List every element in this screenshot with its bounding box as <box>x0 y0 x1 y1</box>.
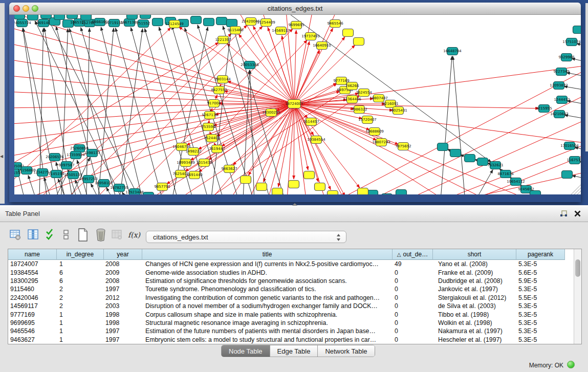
node-label: 9857791 <box>154 185 170 189</box>
select-all-columns-button[interactable] <box>43 227 58 243</box>
table-cell: 1998 <box>104 311 142 318</box>
graph-node[interactable] <box>81 15 92 20</box>
node-label: 17016504 <box>560 144 579 148</box>
table-cell: 2 <box>57 286 104 293</box>
table-cell: 5.3E-5 <box>516 327 565 335</box>
graph-node[interactable] <box>358 188 368 195</box>
graph-node[interactable] <box>289 181 299 188</box>
graph-node[interactable] <box>530 191 541 195</box>
edge <box>294 99 374 104</box>
table-cell: 2 <box>57 294 104 301</box>
table-row[interactable]: 969969511998Structural magnetic resonanc… <box>8 319 574 327</box>
table-cell: Jankovic et al. (1997) <box>433 286 516 293</box>
graph-node[interactable] <box>315 183 325 191</box>
table-cell: 49 <box>393 260 433 268</box>
citation-network-graph[interactable]: 2405572420691406106532871527602646616010… <box>14 15 581 194</box>
graph-node[interactable] <box>304 171 315 179</box>
column-header-pagerank[interactable]: pagerank <box>516 249 565 260</box>
table-cell: 6 <box>57 277 104 285</box>
graph-node[interactable] <box>396 190 407 195</box>
node-label: 16782759 <box>110 186 128 190</box>
column-header-short[interactable]: short <box>433 249 516 260</box>
new-table-button[interactable] <box>76 227 90 243</box>
network-canvas[interactable]: 2405572420691406106532871527602646616010… <box>14 15 581 194</box>
column-header-name[interactable]: name <box>8 249 57 260</box>
graph-node[interactable] <box>204 18 214 26</box>
tab-node-table[interactable]: Node Table <box>222 345 270 357</box>
column-chooser-button[interactable] <box>59 227 73 243</box>
table-cell: 5.3E-5 <box>516 286 565 293</box>
node-label: 3624554 <box>356 91 372 95</box>
table-selector-dropdown[interactable]: citations_edges.txt <box>146 231 346 243</box>
graph-node[interactable] <box>354 38 364 46</box>
resize-grip-icon[interactable] <box>577 191 581 194</box>
vertical-scrollbar[interactable] <box>574 249 581 344</box>
status-bar: Memory: OK <box>0 358 588 372</box>
column-header-out_de[interactable]: △out_de… <box>393 249 433 260</box>
graph-node[interactable] <box>256 183 267 191</box>
graph-node[interactable] <box>328 191 338 195</box>
graph-node[interactable] <box>343 29 354 37</box>
table-row[interactable]: 1830029562008Estimation of significance … <box>8 277 574 285</box>
table-row[interactable]: 911546021997Tourette syndrome. Phenomeno… <box>8 285 574 293</box>
graph-node[interactable] <box>41 15 52 19</box>
scrollbar-thumb[interactable] <box>575 259 580 277</box>
function-builder-button[interactable]: f(x) <box>127 227 141 243</box>
graph-node[interactable] <box>14 15 25 19</box>
graph-node[interactable] <box>438 143 448 151</box>
graph-node[interactable] <box>216 17 227 25</box>
graph-node[interactable] <box>143 192 154 195</box>
table-cell: 9463627 <box>8 336 57 343</box>
table-row[interactable]: 1872400712008Changes of HCN gene express… <box>8 260 574 268</box>
table-row[interactable]: 977716911998Corpus callosum shape and si… <box>8 310 574 318</box>
graph-node[interactable] <box>153 18 163 26</box>
table-row[interactable]: 946554611997Estimation of the future num… <box>8 327 574 335</box>
memory-status-indicator[interactable] <box>567 361 575 368</box>
tab-network-table[interactable]: Network Table <box>318 345 374 357</box>
graph-node[interactable] <box>465 155 475 162</box>
graph-node[interactable] <box>241 176 251 184</box>
table-cell: Nakamura et al. (1997) <box>433 327 516 335</box>
resize-grip-icon[interactable] <box>574 188 581 194</box>
graph-node[interactable] <box>127 15 138 19</box>
graph-node[interactable] <box>450 149 461 157</box>
delete-table-button[interactable] <box>94 227 108 243</box>
column-header-title[interactable]: title <box>142 249 393 260</box>
graph-node[interactable] <box>477 158 488 166</box>
graph-node[interactable] <box>28 15 38 20</box>
graph-node[interactable] <box>54 15 65 20</box>
table-cell: Investigating the contribution of common… <box>142 294 393 301</box>
graph-node[interactable] <box>191 16 202 24</box>
graph-node[interactable] <box>573 26 581 34</box>
table-row[interactable]: 946362711997Embryonic stem cells: a mode… <box>8 336 574 344</box>
window-titlebar[interactable]: citations_edges.txt <box>9 3 581 15</box>
splitter-handle-icon[interactable] <box>292 203 297 206</box>
graph-node[interactable] <box>272 188 283 195</box>
table-row[interactable]: 1938455462009Genome-wide association stu… <box>8 268 574 276</box>
table-row[interactable]: 1456911722003Disruption of a novel membe… <box>8 302 574 310</box>
node-label: 17957253 <box>79 177 98 181</box>
table-row[interactable]: 2242004622012Investigating the contribut… <box>8 294 574 302</box>
show-column-button[interactable] <box>26 227 40 243</box>
table-settings-button[interactable] <box>8 227 23 243</box>
graph-node[interactable] <box>227 19 237 27</box>
graph-node[interactable] <box>562 171 573 179</box>
table-cell: 1 <box>57 327 104 335</box>
float-window-icon[interactable] <box>560 210 568 217</box>
table-cell: Tibbo et al. (1998) <box>433 311 516 318</box>
column-header-year[interactable]: year <box>104 249 142 260</box>
collapse-panel-arrow-icon[interactable]: ◀ <box>0 154 3 159</box>
column-header-in_degree[interactable]: in_degree <box>57 249 104 260</box>
graph-node[interactable] <box>367 190 378 195</box>
table-body: 1872400712008Changes of HCN gene express… <box>8 260 574 344</box>
close-icon[interactable] <box>574 210 581 217</box>
table-cell: 1997 <box>104 286 142 293</box>
graph-node[interactable] <box>140 15 151 19</box>
table-cell: Changes of HCN gene expression and I(f) … <box>142 260 393 268</box>
tab-edge-table[interactable]: Edge Table <box>270 345 318 357</box>
table-cell: Estimation of significance thresholds fo… <box>142 277 393 285</box>
window-title: citations_edges.txt <box>9 5 581 12</box>
node-label: 16648784 <box>443 49 462 53</box>
graph-node[interactable] <box>382 194 393 195</box>
graph-node[interactable] <box>67 15 78 19</box>
